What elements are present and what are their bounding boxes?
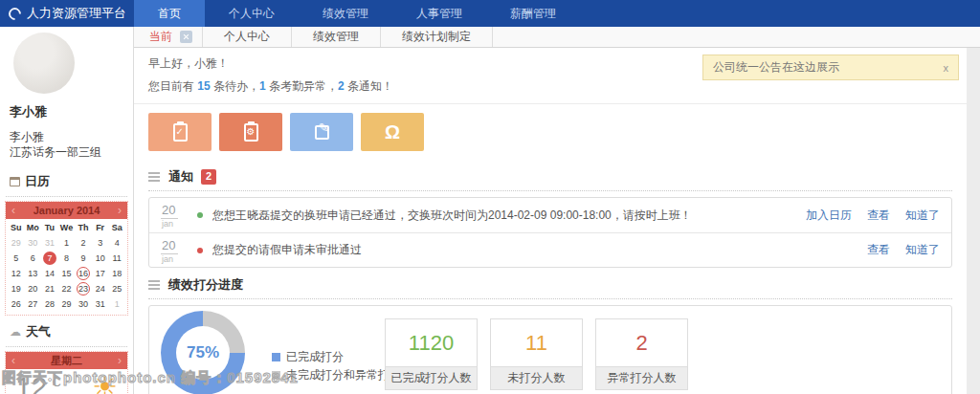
announcement-text: 公司统一公告在这边展示 xyxy=(713,59,839,76)
clipboard-gear-button[interactable]: ⚙ xyxy=(219,113,282,151)
clipboard-gear-icon: ⚙ xyxy=(244,123,258,142)
calendar-day[interactable]: 2 xyxy=(75,236,92,250)
nav-item-hr[interactable]: 人事管理 xyxy=(392,0,486,27)
donut-chart: 75% xyxy=(161,311,245,394)
chart-legend: 已完成打分 未完成打分和异常打分 xyxy=(272,348,401,384)
divider xyxy=(148,298,952,299)
user-info-block: 李小雅 江苏话务一部三组 xyxy=(0,122,133,165)
legend-label: 未完成打分和异常打分 xyxy=(286,366,401,384)
stat-value: 11 xyxy=(491,319,582,366)
legend-label: 已完成打分 xyxy=(286,348,344,366)
notice-text: 您提交的请假申请未审批通过 xyxy=(212,242,852,258)
status-dot-green xyxy=(197,212,203,218)
notice-row: 20jan 您想王晓磊提交的换班申请已经通过，交换班次时间为2014-02-09… xyxy=(149,198,951,232)
user-name-repeat: 李小雅 xyxy=(10,130,123,145)
calendar-day[interactable]: 13 xyxy=(25,267,42,280)
avatar[interactable] xyxy=(13,33,75,94)
calendar-day[interactable]: 31 xyxy=(41,236,58,250)
nav-item-home[interactable]: 首页 xyxy=(134,0,205,27)
notice-list: 20jan 您想王晓磊提交的换班申请已经通过，交换班次时间为2014-02-09… xyxy=(148,197,952,268)
calendar-day[interactable]: 27 xyxy=(25,297,42,311)
stat-card-exception: 2 异常打分人数 xyxy=(595,318,688,390)
stat-cards: 1120 已完成打分人数 11 未打分人数 2 异常打分人数 xyxy=(385,318,688,390)
calendar-day-selected[interactable]: 7 xyxy=(43,252,56,265)
calendar-day[interactable]: 18 xyxy=(108,267,125,280)
calendar-day[interactable]: 10 xyxy=(92,252,109,265)
calendar-day[interactable]: 31 xyxy=(92,297,109,311)
calendar-day[interactable]: 4 xyxy=(108,236,125,250)
tab-personal-center[interactable]: 个人中心 xyxy=(202,27,291,47)
stat-value: 2 xyxy=(596,319,687,366)
calendar-day[interactable]: 21 xyxy=(41,282,58,296)
tab-performance-plan[interactable]: 绩效计划制定 xyxy=(380,27,493,47)
calendar-day[interactable]: 1 xyxy=(58,236,76,250)
greeting-line2: 您目前有 15 条待办，1 条考勤异常，2 条通知！ xyxy=(148,78,952,95)
stat-card-completed: 1120 已完成打分人数 xyxy=(385,318,478,390)
calendar-day[interactable]: 8 xyxy=(58,252,76,265)
calendar-day[interactable]: 9 xyxy=(75,252,92,265)
divider xyxy=(148,190,952,191)
view-link[interactable]: 查看 xyxy=(867,242,890,258)
calendar-day[interactable]: 26 xyxy=(8,297,25,311)
award-button[interactable]: Ω xyxy=(361,113,424,151)
calendar-day[interactable]: 29 xyxy=(58,297,76,311)
stat-label: 已完成打分人数 xyxy=(386,366,477,389)
calendar-section-header: 日历 xyxy=(0,165,133,194)
calendar-day[interactable]: 1 xyxy=(108,297,125,311)
calendar-day[interactable]: 20 xyxy=(25,282,42,296)
current-label: 当前 xyxy=(134,29,180,45)
acknowledge-link[interactable]: 知道了 xyxy=(905,208,940,224)
weather-next-icon[interactable]: › xyxy=(118,354,122,367)
calendar-day[interactable]: 6 xyxy=(25,252,42,265)
announcement-banner: 公司统一公告在这边展示 x xyxy=(702,55,959,80)
calendar-day[interactable]: 24 xyxy=(92,282,109,296)
app-title: 人力资源管理平台 xyxy=(27,5,126,22)
calendar-day[interactable]: 3 xyxy=(92,236,109,250)
nav-item-salary[interactable]: 薪酬管理 xyxy=(486,0,580,27)
calendar-prev-icon[interactable]: ‹ xyxy=(11,204,15,217)
user-department: 江苏话务一部三组 xyxy=(10,145,123,161)
calendar-day[interactable]: 25 xyxy=(108,282,125,296)
add-to-calendar-link[interactable]: 加入日历 xyxy=(806,208,852,224)
nav-item-personal[interactable]: 个人中心 xyxy=(205,0,299,27)
tab-performance[interactable]: 绩效管理 xyxy=(291,27,380,47)
temperature-value: 12°C xyxy=(15,373,61,394)
calendar-day[interactable]: 5 xyxy=(8,252,25,265)
notice-date: 20jan xyxy=(161,202,193,229)
app-logo: 人力资源管理平台 xyxy=(0,0,134,27)
view-link[interactable]: 查看 xyxy=(867,208,890,224)
calendar-day[interactable]: 28 xyxy=(41,297,58,311)
announcement-close-icon[interactable]: x xyxy=(944,62,949,74)
stat-card-pending: 11 未打分人数 xyxy=(490,318,583,390)
weather-prev-icon[interactable]: ‹ xyxy=(11,354,15,367)
clipboard-check-button[interactable]: ✓ xyxy=(148,113,212,151)
calendar-next-icon[interactable]: › xyxy=(118,204,122,217)
stat-value: 1120 xyxy=(386,319,477,366)
calendar-day[interactable]: 30 xyxy=(25,236,42,250)
calendar-icon xyxy=(10,177,20,186)
progress-title: 绩效打分进度 xyxy=(168,276,243,294)
calendar-day[interactable]: 30 xyxy=(75,297,92,311)
breadcrumb-tabbar: 当前 个人中心 绩效管理 绩效计划制定 xyxy=(134,27,980,48)
calendar-day[interactable]: 12 xyxy=(8,267,25,280)
list-icon xyxy=(148,284,160,286)
calendar-day[interactable]: 29 xyxy=(8,236,25,250)
calendar-day-circled[interactable]: 23 xyxy=(77,282,90,296)
nav-item-performance[interactable]: 绩效管理 xyxy=(299,0,392,27)
edit-button[interactable]: ✎ xyxy=(290,113,353,151)
calendar-day[interactable]: 17 xyxy=(92,267,109,280)
calendar-grid: Su Mo Tu We Th Fr Sa 29 30 31 1 2 3 4 5 … xyxy=(6,219,127,315)
calendar-month-label: January 2014 xyxy=(33,205,100,216)
weather-section-header: ☁ 天气 xyxy=(0,316,133,344)
calendar-day[interactable]: 15 xyxy=(58,267,76,280)
calendar-day[interactable]: 19 xyxy=(8,282,25,296)
calendar-day-circled[interactable]: 16 xyxy=(77,267,90,280)
calendar-day[interactable]: 22 xyxy=(58,282,76,296)
acknowledge-link[interactable]: 知道了 xyxy=(905,242,940,258)
calendar-day[interactable]: 11 xyxy=(108,252,125,265)
weekday-label: Su xyxy=(8,222,25,234)
notice-count: 2 xyxy=(338,79,345,93)
calendar-day[interactable]: 14 xyxy=(41,267,58,280)
close-icon[interactable] xyxy=(180,31,192,43)
user-name: 李小雅 xyxy=(0,99,133,122)
